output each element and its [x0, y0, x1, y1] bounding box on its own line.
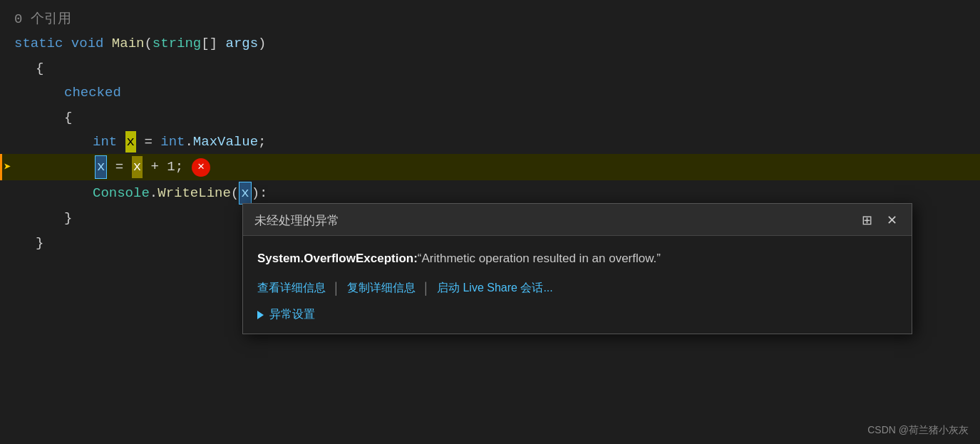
code-line-3: { [0, 105, 980, 130]
code-line-checked: checked [0, 81, 980, 105]
var-x-highlight: x [125, 131, 136, 153]
code-line-2: { [0, 56, 980, 81]
type-int2: int [160, 131, 185, 153]
maxvalue: MaxValue [193, 131, 258, 153]
code-line-int: int x = int . MaxValue ; [0, 130, 980, 154]
var-x-console: x [239, 182, 251, 205]
exception-links: 查看详细信息 │ 复制详细信息 │ 启动 Live Share 会话... [257, 281, 897, 296]
keyword-checked: checked [64, 82, 121, 103]
exception-text: “Arithmetic operation resulted in an ove… [418, 252, 661, 265]
separator-2: │ [423, 282, 430, 295]
debug-arrow: ➤ [4, 157, 11, 177]
separator-1: │ [333, 282, 340, 295]
close-button[interactable]: ✕ [884, 211, 900, 229]
popup-controls: ⊞ ✕ [859, 211, 900, 229]
error-icon[interactable]: ✕ [192, 158, 210, 177]
exception-message: System.OverflowException:“Arithmetic ope… [257, 249, 897, 268]
exception-type: System.OverflowException: [257, 252, 418, 265]
keyword-void: void [71, 33, 112, 54]
exception-popup: 未经处理的异常 ⊞ ✕ System.OverflowException:“Ar… [242, 203, 912, 334]
link-copy-details[interactable]: 复制详细信息 [347, 281, 416, 296]
code-line-1: static void Main ( string [] args ) [0, 31, 980, 56]
keyword-static: static [14, 33, 71, 54]
link-view-details[interactable]: 查看详细信息 [257, 281, 326, 296]
ref-count: 0 个引用 [14, 9, 71, 30]
var-x-debug-2: x [132, 156, 143, 177]
pin-button[interactable]: ⊞ [859, 211, 875, 229]
type-console: Console [93, 182, 150, 204]
triangle-icon [257, 311, 264, 319]
popup-body: System.OverflowException:“Arithmetic ope… [243, 236, 912, 334]
exception-settings[interactable]: 异常设置 [257, 307, 897, 322]
method-writeline: WriteLine [158, 182, 231, 204]
var-x-debug-1: x [95, 155, 107, 178]
type-string: string [153, 33, 201, 54]
param-args: args [226, 33, 259, 54]
watermark: CSDN @荷兰猪小灰灰 [867, 424, 969, 437]
code-line-refcount: 0 个引用 [0, 7, 980, 31]
code-line-debug: ➤ x = x + 1; ✕ [0, 154, 980, 180]
popup-title: 未经处理的异常 [254, 212, 339, 229]
code-line-console: Console . WriteLine ( x ): [0, 180, 980, 206]
method-main: Main [112, 33, 145, 54]
link-live-share[interactable]: 启动 Live Share 会话... [437, 281, 553, 296]
keyword-int: int [93, 131, 125, 153]
popup-header: 未经处理的异常 ⊞ ✕ [243, 204, 912, 236]
settings-label: 异常设置 [269, 307, 315, 322]
